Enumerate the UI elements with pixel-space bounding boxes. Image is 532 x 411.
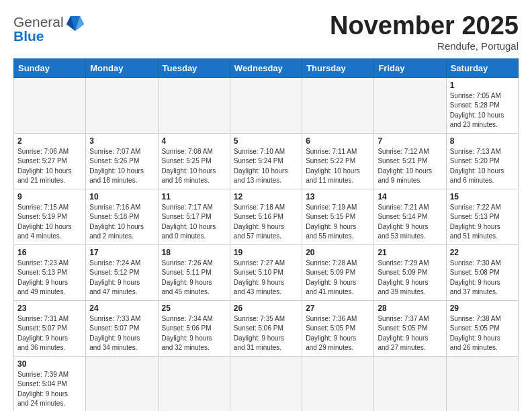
calendar-cell: 16Sunrise: 7:23 AMSunset: 5:13 PMDayligh…	[14, 244, 86, 300]
calendar-week-1: 1Sunrise: 7:05 AMSunset: 5:28 PMDaylight…	[14, 77, 519, 133]
day-info: Sunrise: 7:33 AMSunset: 5:07 PMDaylight:…	[89, 314, 154, 353]
day-info: Sunrise: 7:12 AMSunset: 5:21 PMDaylight:…	[378, 147, 442, 186]
day-number: 29	[450, 304, 515, 313]
calendar-cell	[302, 356, 374, 411]
calendar-cell	[446, 356, 518, 411]
day-number: 26	[234, 304, 298, 313]
calendar-cell: 14Sunrise: 7:21 AMSunset: 5:14 PMDayligh…	[374, 189, 446, 244]
day-info: Sunrise: 7:10 AMSunset: 5:24 PMDaylight:…	[234, 147, 298, 186]
day-info: Sunrise: 7:28 AMSunset: 5:09 PMDaylight:…	[306, 259, 370, 298]
day-info: Sunrise: 7:15 AMSunset: 5:19 PMDaylight:…	[17, 203, 82, 242]
calendar-cell	[374, 77, 446, 133]
calendar-cell: 12Sunrise: 7:18 AMSunset: 5:16 PMDayligh…	[230, 189, 302, 244]
weekday-header-monday: Monday	[86, 58, 158, 77]
day-info: Sunrise: 7:31 AMSunset: 5:07 PMDaylight:…	[17, 314, 82, 353]
day-number: 14	[378, 192, 442, 201]
day-info: Sunrise: 7:21 AMSunset: 5:14 PMDaylight:…	[378, 203, 442, 242]
weekday-header-row: SundayMondayTuesdayWednesdayThursdayFrid…	[14, 58, 519, 77]
weekday-header-saturday: Saturday	[446, 58, 518, 77]
calendar-cell	[230, 356, 302, 411]
calendar-cell	[374, 356, 446, 411]
calendar-cell	[158, 77, 230, 133]
calendar-cell: 21Sunrise: 7:29 AMSunset: 5:09 PMDayligh…	[374, 244, 446, 300]
calendar-cell: 24Sunrise: 7:33 AMSunset: 5:07 PMDayligh…	[86, 300, 158, 356]
day-number: 21	[378, 248, 442, 257]
day-number: 28	[378, 304, 442, 313]
weekday-header-friday: Friday	[374, 58, 446, 77]
location: Rendufe, Portugal	[330, 40, 519, 52]
weekday-header-tuesday: Tuesday	[158, 58, 230, 77]
day-number: 1	[450, 81, 515, 90]
day-number: 15	[450, 192, 515, 201]
calendar-cell: 10Sunrise: 7:16 AMSunset: 5:18 PMDayligh…	[86, 189, 158, 244]
day-info: Sunrise: 7:35 AMSunset: 5:06 PMDaylight:…	[234, 314, 298, 353]
calendar-cell: 29Sunrise: 7:38 AMSunset: 5:05 PMDayligh…	[446, 300, 518, 356]
day-info: Sunrise: 7:06 AMSunset: 5:27 PMDaylight:…	[17, 147, 82, 186]
day-number: 8	[450, 136, 515, 146]
page: General Blue November 2025 Rendufe, Port…	[0, 0, 532, 411]
month-title: November 2025	[330, 12, 519, 40]
day-number: 13	[306, 192, 370, 201]
title-block: November 2025 Rendufe, Portugal	[330, 12, 519, 52]
calendar-cell: 28Sunrise: 7:37 AMSunset: 5:05 PMDayligh…	[374, 300, 446, 356]
day-number: 30	[17, 359, 82, 369]
calendar: SundayMondayTuesdayWednesdayThursdayFrid…	[13, 58, 519, 411]
calendar-cell: 22Sunrise: 7:30 AMSunset: 5:08 PMDayligh…	[446, 244, 518, 300]
day-info: Sunrise: 7:34 AMSunset: 5:06 PMDaylight:…	[162, 314, 226, 353]
day-info: Sunrise: 7:37 AMSunset: 5:05 PMDaylight:…	[378, 314, 442, 353]
day-info: Sunrise: 7:17 AMSunset: 5:17 PMDaylight:…	[162, 203, 226, 242]
day-number: 5	[234, 136, 298, 146]
day-number: 27	[306, 304, 370, 313]
calendar-cell	[230, 77, 302, 133]
calendar-cell: 25Sunrise: 7:34 AMSunset: 5:06 PMDayligh…	[158, 300, 230, 356]
calendar-cell	[14, 77, 86, 133]
day-info: Sunrise: 7:08 AMSunset: 5:25 PMDaylight:…	[162, 147, 226, 186]
day-number: 23	[17, 304, 82, 313]
day-number: 11	[162, 192, 226, 201]
day-number: 2	[17, 136, 82, 146]
day-number: 17	[89, 248, 154, 257]
day-info: Sunrise: 7:36 AMSunset: 5:05 PMDaylight:…	[306, 314, 370, 353]
calendar-cell: 7Sunrise: 7:12 AMSunset: 5:21 PMDaylight…	[374, 133, 446, 189]
calendar-cell: 2Sunrise: 7:06 AMSunset: 5:27 PMDaylight…	[14, 133, 86, 189]
day-info: Sunrise: 7:18 AMSunset: 5:16 PMDaylight:…	[234, 203, 298, 242]
day-number: 7	[378, 136, 442, 146]
day-info: Sunrise: 7:27 AMSunset: 5:10 PMDaylight:…	[234, 259, 298, 298]
calendar-week-5: 23Sunrise: 7:31 AMSunset: 5:07 PMDayligh…	[14, 300, 519, 356]
calendar-cell: 5Sunrise: 7:10 AMSunset: 5:24 PMDaylight…	[230, 133, 302, 189]
calendar-cell: 18Sunrise: 7:26 AMSunset: 5:11 PMDayligh…	[158, 244, 230, 300]
calendar-cell: 26Sunrise: 7:35 AMSunset: 5:06 PMDayligh…	[230, 300, 302, 356]
day-number: 4	[162, 136, 226, 146]
day-info: Sunrise: 7:16 AMSunset: 5:18 PMDaylight:…	[89, 203, 154, 242]
day-info: Sunrise: 7:30 AMSunset: 5:08 PMDaylight:…	[450, 259, 515, 298]
logo-icon	[65, 12, 85, 32]
calendar-week-6: 30Sunrise: 7:39 AMSunset: 5:04 PMDayligh…	[14, 356, 519, 411]
day-info: Sunrise: 7:22 AMSunset: 5:13 PMDaylight:…	[450, 203, 515, 242]
day-number: 25	[162, 304, 226, 313]
calendar-cell: 17Sunrise: 7:24 AMSunset: 5:12 PMDayligh…	[86, 244, 158, 300]
day-number: 10	[89, 192, 154, 201]
calendar-cell: 6Sunrise: 7:11 AMSunset: 5:22 PMDaylight…	[302, 133, 374, 189]
day-number: 20	[306, 248, 370, 257]
calendar-cell: 9Sunrise: 7:15 AMSunset: 5:19 PMDaylight…	[14, 189, 86, 244]
weekday-header-thursday: Thursday	[302, 58, 374, 77]
logo: General Blue	[13, 12, 85, 44]
calendar-cell: 20Sunrise: 7:28 AMSunset: 5:09 PMDayligh…	[302, 244, 374, 300]
calendar-cell: 8Sunrise: 7:13 AMSunset: 5:20 PMDaylight…	[446, 133, 518, 189]
calendar-cell: 19Sunrise: 7:27 AMSunset: 5:10 PMDayligh…	[230, 244, 302, 300]
day-number: 6	[306, 136, 370, 146]
day-info: Sunrise: 7:39 AMSunset: 5:04 PMDaylight:…	[17, 370, 82, 409]
calendar-cell: 30Sunrise: 7:39 AMSunset: 5:04 PMDayligh…	[14, 356, 86, 411]
day-number: 22	[450, 248, 515, 257]
calendar-cell: 3Sunrise: 7:07 AMSunset: 5:26 PMDaylight…	[86, 133, 158, 189]
day-number: 12	[234, 192, 298, 201]
calendar-week-4: 16Sunrise: 7:23 AMSunset: 5:13 PMDayligh…	[14, 244, 519, 300]
day-number: 16	[17, 248, 82, 257]
day-number: 9	[17, 192, 82, 201]
calendar-cell: 4Sunrise: 7:08 AMSunset: 5:25 PMDaylight…	[158, 133, 230, 189]
weekday-header-wednesday: Wednesday	[230, 58, 302, 77]
calendar-cell: 15Sunrise: 7:22 AMSunset: 5:13 PMDayligh…	[446, 189, 518, 244]
day-number: 3	[89, 136, 154, 146]
calendar-cell: 11Sunrise: 7:17 AMSunset: 5:17 PMDayligh…	[158, 189, 230, 244]
weekday-header-sunday: Sunday	[14, 58, 86, 77]
